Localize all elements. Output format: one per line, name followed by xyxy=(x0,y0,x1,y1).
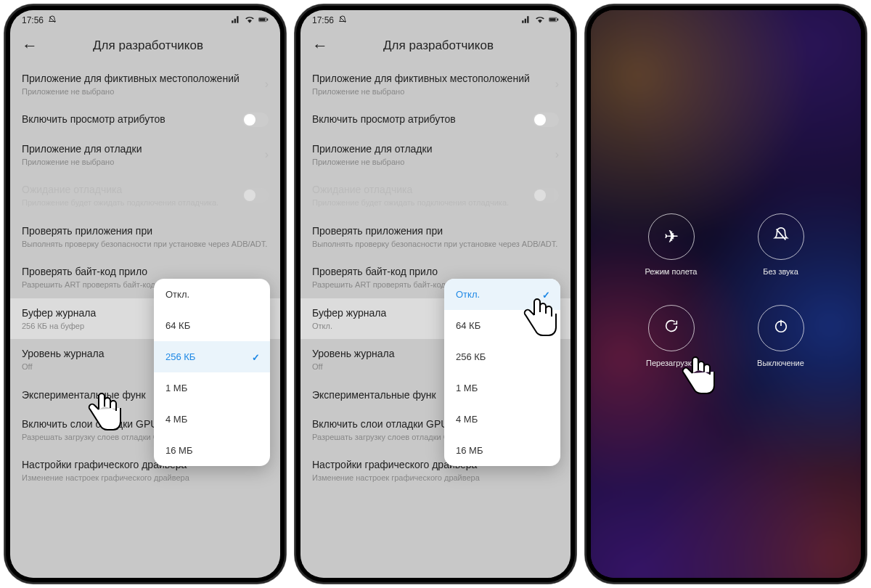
status-time: 17:56 xyxy=(22,15,44,25)
toggle-off[interactable] xyxy=(242,113,269,127)
bell-off-icon xyxy=(338,15,347,26)
popup-option-64kb[interactable]: 64 КБ xyxy=(444,310,560,341)
screen-2: 17:56 ← Для разработчиков Приложение для… xyxy=(300,10,571,578)
chevron-right-icon: › xyxy=(555,78,559,91)
popup-option-256kb[interactable]: 256 КБ✓ xyxy=(154,341,270,372)
back-arrow-icon[interactable]: ← xyxy=(22,36,38,55)
page-header: ← Для разработчиков xyxy=(10,30,280,64)
restart-icon xyxy=(663,318,679,338)
check-icon: ✓ xyxy=(252,351,260,362)
signal-icon xyxy=(521,15,531,27)
check-icon: ✓ xyxy=(542,289,550,300)
popup-option-off[interactable]: Откл. xyxy=(154,279,270,310)
chevron-right-icon: › xyxy=(555,148,559,161)
popup-option-16mb[interactable]: 16 МБ xyxy=(444,435,560,466)
popup-option-64kb[interactable]: 64 КБ xyxy=(154,310,270,341)
svg-rect-5 xyxy=(550,18,556,20)
popup-option-16mb[interactable]: 16 МБ xyxy=(154,435,270,466)
log-buffer-popup: Откл. 64 КБ 256 КБ✓ 1 МБ 4 МБ 16 МБ xyxy=(154,279,270,466)
power-menu: ✈ Режим полета Без звука Перезагрузка xyxy=(591,213,861,367)
toggle-disabled xyxy=(242,188,269,203)
screen-3: ✈ Режим полета Без звука Перезагрузка xyxy=(591,10,861,578)
setting-mock-location[interactable]: Приложение для фиктивных местоположений … xyxy=(10,64,280,105)
setting-verify-apps[interactable]: Проверять приложения при Выполнять прове… xyxy=(10,216,280,257)
setting-debug-app[interactable]: Приложение для отладки Приложение не выб… xyxy=(300,134,571,175)
chevron-right-icon: › xyxy=(265,78,269,91)
page-title: Для разработчиков xyxy=(52,38,244,53)
chevron-right-icon: › xyxy=(265,148,269,161)
screen-1: 17:56 ← Для разработчиков Приложение для… xyxy=(10,10,280,578)
silent-mode-button[interactable]: Без звука xyxy=(737,213,825,276)
status-time: 17:56 xyxy=(312,15,334,25)
popup-option-4mb[interactable]: 4 МБ xyxy=(154,404,270,435)
popup-option-1mb[interactable]: 1 МБ xyxy=(154,372,270,404)
battery-icon xyxy=(258,15,269,27)
restart-button[interactable]: Перезагрузка xyxy=(627,305,715,367)
setting-wait-debugger: Ожидание отладчика Приложение будет ожид… xyxy=(10,175,280,216)
setting-wait-debugger: Ожидание отладчика Приложение будет ожид… xyxy=(300,175,571,216)
setting-view-attributes[interactable]: Включить просмотр атрибутов xyxy=(10,105,280,134)
status-bar: 17:56 xyxy=(300,10,571,30)
power-icon xyxy=(773,318,789,338)
toggle-off[interactable] xyxy=(533,113,559,127)
power-off-button[interactable]: Выключение xyxy=(737,305,825,367)
svg-rect-4 xyxy=(557,18,558,20)
bell-off-icon xyxy=(48,15,57,26)
popup-option-1mb[interactable]: 1 МБ xyxy=(444,372,560,404)
popup-option-4mb[interactable]: 4 МБ xyxy=(444,404,560,435)
page-header: ← Для разработчиков xyxy=(300,30,571,64)
page-title: Для разработчиков xyxy=(343,38,534,53)
phone-frame-1: 17:56 ← Для разработчиков Приложение для… xyxy=(4,4,286,584)
airplane-mode-button[interactable]: ✈ Режим полета xyxy=(627,213,715,276)
signal-icon xyxy=(231,15,241,27)
svg-rect-2 xyxy=(260,18,266,20)
phone-frame-3: ✈ Режим полета Без звука Перезагрузка xyxy=(585,4,867,584)
phone-frame-2: 17:56 ← Для разработчиков Приложение для… xyxy=(295,4,576,584)
battery-icon xyxy=(549,15,559,27)
setting-mock-location[interactable]: Приложение для фиктивных местоположений … xyxy=(300,64,571,105)
setting-verify-apps[interactable]: Проверять приложения при Выполнять прове… xyxy=(300,216,571,257)
wifi-icon xyxy=(535,15,545,27)
status-bar: 17:56 xyxy=(10,10,280,30)
airplane-icon: ✈ xyxy=(664,226,679,247)
popup-option-256kb[interactable]: 256 КБ xyxy=(444,341,560,372)
setting-view-attributes[interactable]: Включить просмотр атрибутов xyxy=(300,105,571,134)
toggle-disabled xyxy=(533,188,559,203)
setting-debug-app[interactable]: Приложение для отладки Приложение не выб… xyxy=(10,134,280,175)
back-arrow-icon[interactable]: ← xyxy=(312,36,328,55)
bell-off-icon xyxy=(773,226,789,247)
popup-option-off[interactable]: Откл.✓ xyxy=(444,279,560,310)
svg-rect-1 xyxy=(267,18,268,20)
wifi-icon xyxy=(245,15,255,27)
log-buffer-popup: Откл.✓ 64 КБ 256 КБ 1 МБ 4 МБ 16 МБ xyxy=(444,279,560,466)
